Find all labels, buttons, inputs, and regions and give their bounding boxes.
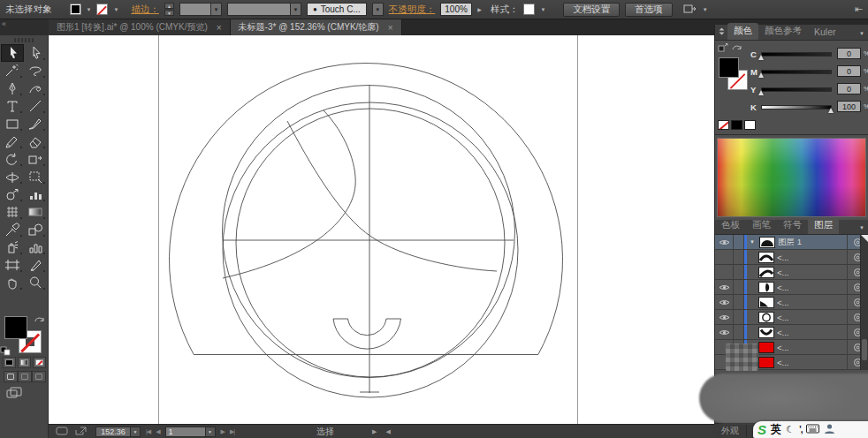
paintbrush-tool[interactable] (24, 115, 47, 132)
free-transform-tool[interactable] (24, 150, 47, 168)
brush-definition-select[interactable]: ● Touch C... (307, 3, 367, 16)
gradient-tool[interactable] (24, 203, 47, 221)
tab-brushes[interactable]: 画笔 (746, 217, 777, 234)
layer-row[interactable]: <... (715, 265, 868, 280)
blob-brush-tool[interactable] (24, 79, 47, 97)
panel-collapse-icon[interactable] (719, 26, 725, 37)
gradient-button[interactable] (18, 357, 31, 368)
lock-toggle[interactable] (734, 235, 744, 249)
panel-menu-icon[interactable]: ▼ (859, 31, 864, 36)
artboard-caret-icon[interactable]: ▼ (206, 427, 216, 437)
slider-handle[interactable] (758, 90, 764, 95)
slider-handle[interactable] (828, 108, 834, 113)
user-icon[interactable] (824, 423, 835, 436)
width-tool[interactable] (1, 168, 24, 185)
fill-caret-icon[interactable]: ▼ (87, 7, 92, 12)
bridge-launch-icon[interactable] (75, 427, 87, 437)
yellow-value-input[interactable]: 0 (837, 83, 861, 94)
mesh-tool[interactable] (1, 203, 24, 221)
color-options-icon[interactable] (718, 43, 728, 55)
direct-selection-tool[interactable] (24, 44, 47, 62)
selection-tool[interactable] (1, 44, 24, 62)
visibility-toggle[interactable] (715, 265, 734, 279)
eyedropper-tool[interactable] (1, 221, 24, 238)
shape-builder-tool[interactable] (1, 185, 24, 203)
draw-normal-button[interactable] (4, 371, 18, 382)
close-icon[interactable]: × (217, 23, 222, 33)
swap-colors-icon[interactable] (732, 43, 742, 55)
stroke-link[interactable]: 描边： (131, 4, 159, 16)
workspace-icon[interactable] (683, 4, 697, 16)
type-tool[interactable] (1, 97, 24, 115)
line-segment-tool[interactable] (24, 97, 47, 115)
perspective-grid-tool[interactable] (24, 168, 47, 185)
draw-inside-button[interactable] (32, 371, 46, 382)
layer-name[interactable]: <... (777, 328, 788, 337)
tab-appearance[interactable]: 外观 (714, 425, 747, 437)
tab-color-guide[interactable]: 颜色参考 (758, 23, 808, 40)
color-spectrum[interactable] (717, 138, 866, 217)
toolbar-dock-chevron[interactable]: « (0, 19, 49, 35)
rectangle-tool[interactable] (1, 115, 24, 132)
dock-collapse-icon[interactable]: ⇤ (855, 4, 863, 15)
black-slider[interactable] (761, 105, 832, 110)
keyboard-icon[interactable] (806, 424, 819, 435)
scroll-right-icon[interactable]: ◀ (385, 428, 399, 434)
fill-swatch[interactable] (4, 316, 27, 339)
lock-toggle[interactable] (734, 250, 744, 264)
screen-mode-button[interactable] (6, 387, 22, 401)
opacity-link[interactable]: 不透明度： (389, 4, 436, 16)
magenta-slider[interactable] (761, 70, 832, 74)
layer-row[interactable]: <... (715, 310, 868, 325)
document-setup-button[interactable]: 文档设置 (563, 3, 620, 17)
opacity-input[interactable]: 100% (440, 3, 472, 16)
middle-face-circle[interactable] (223, 102, 518, 397)
stroke-weight-select[interactable]: ▼ (179, 3, 222, 16)
layer-name[interactable]: <... (777, 358, 788, 367)
ime-language-toggle[interactable]: 英 (771, 422, 781, 437)
none-swatch[interactable] (718, 120, 729, 130)
live-paint-selection-tool[interactable] (24, 185, 47, 203)
cyan-slider[interactable] (761, 52, 832, 57)
layer-row[interactable]: <... (715, 325, 868, 340)
pencil-tool[interactable] (1, 132, 24, 150)
visibility-toggle[interactable] (715, 325, 734, 339)
preferences-button[interactable]: 首选项 (625, 3, 673, 17)
eraser-tool[interactable] (24, 132, 47, 150)
dropdown-arrow-icon[interactable]: ▼ (290, 4, 301, 15)
style-swatch[interactable] (523, 4, 535, 15)
next-artboard-button[interactable]: ▶ (221, 428, 225, 435)
layer-name[interactable]: 图层 1 (778, 237, 802, 248)
lasso-tool[interactable] (24, 62, 47, 79)
panel-fill-swatch[interactable] (719, 57, 739, 78)
hand-tool[interactable] (1, 274, 24, 291)
column-graph-tool[interactable] (24, 238, 47, 256)
outer-face-circle[interactable] (223, 86, 515, 378)
visibility-toggle[interactable] (715, 295, 734, 309)
stroke-weight-stepper[interactable]: ▲ ▼ (164, 3, 174, 16)
expand-caret-icon[interactable]: ▼ (750, 239, 757, 245)
lock-toggle[interactable] (734, 295, 744, 309)
swap-fill-stroke-icon[interactable] (34, 314, 45, 326)
draw-behind-button[interactable] (18, 371, 32, 382)
stroke-color-swatch[interactable] (96, 4, 108, 15)
layer-name[interactable]: <... (777, 253, 788, 262)
stroke-caret-icon[interactable]: ▼ (113, 7, 118, 12)
layer-row[interactable]: <... (715, 280, 868, 295)
tab-symbols[interactable]: 符号 (777, 217, 808, 234)
layer-name[interactable]: <... (777, 283, 788, 292)
hair-curve-right[interactable] (287, 121, 497, 271)
layer-row[interactable]: <... (715, 295, 868, 310)
scroll-left-icon[interactable]: ▶ (372, 428, 385, 434)
isolation-icon[interactable] (56, 427, 68, 437)
visibility-toggle[interactable] (715, 280, 734, 294)
symbol-sprayer-tool[interactable] (1, 238, 24, 256)
pen-tool[interactable] (1, 79, 24, 97)
moon-mode-icon[interactable]: ☾ (786, 424, 795, 435)
white-swatch[interactable] (744, 120, 756, 130)
layers-scrollbar[interactable] (860, 235, 868, 370)
layer-name[interactable]: <... (777, 343, 788, 352)
layer-name[interactable]: <... (777, 313, 788, 322)
scroll-arrows[interactable]: ▶◀ (372, 428, 400, 435)
visibility-toggle[interactable] (715, 235, 734, 249)
